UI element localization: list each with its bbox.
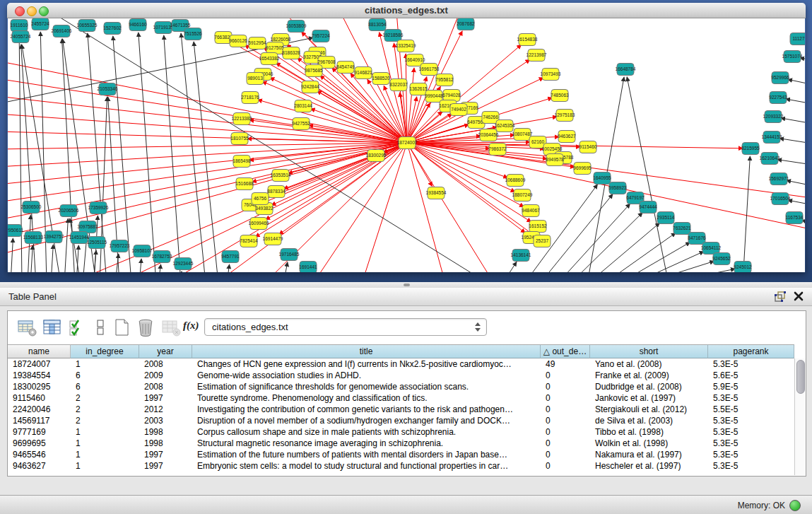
graph-node-label: 1911610 bbox=[11, 23, 28, 28]
graph-node-label: 1810755 bbox=[230, 136, 249, 141]
memory-status-label: Memory: OK bbox=[738, 501, 785, 510]
table-cell: Investigating the contribution of common… bbox=[192, 404, 541, 415]
memory-status-icon bbox=[789, 500, 801, 511]
table-row[interactable]: 977716911998Corpus callosum shape and si… bbox=[8, 426, 794, 438]
graph-node-label: 9127505 bbox=[266, 45, 284, 50]
delete-icon[interactable] bbox=[135, 317, 156, 338]
table-row[interactable]: 1872400712008Changes of HCN gene express… bbox=[8, 358, 794, 370]
table-cell: 2012 bbox=[139, 404, 192, 415]
graph-node-label: 13444153 bbox=[762, 134, 782, 139]
column-header-pagerank[interactable]: pagerank bbox=[708, 344, 794, 358]
graph-edge bbox=[51, 245, 53, 272]
column-header-name[interactable]: name bbox=[8, 344, 71, 358]
graph-node-label: 21053346 bbox=[98, 86, 118, 91]
column-header-out_de[interactable]: △ out_de… bbox=[541, 344, 590, 358]
graph-edge bbox=[779, 139, 805, 144]
table-panel: Table Panel bbox=[0, 288, 812, 495]
graph-edge bbox=[558, 204, 630, 272]
graph-node-label: 12923445 bbox=[173, 261, 194, 266]
graph-node-label: 11451944 bbox=[69, 235, 90, 240]
table-panel-body: f(x) citations_edges.txt namein_degreeye… bbox=[7, 310, 806, 477]
table-row[interactable]: 969969511998Structural magnetic resonanc… bbox=[8, 438, 794, 449]
graph-node-label: 1516688 bbox=[235, 181, 254, 186]
table-cell: 1998 bbox=[139, 426, 192, 438]
column-header-title[interactable]: title bbox=[192, 344, 541, 358]
scrollbar-thumb[interactable] bbox=[796, 360, 805, 394]
table-cell: Hescheler et al. (1997) bbox=[590, 460, 708, 472]
table-cell: 22420046 bbox=[8, 404, 71, 415]
table-cell: 2003 bbox=[139, 415, 192, 426]
splitter-handle-icon[interactable] bbox=[404, 284, 410, 286]
graph-edge bbox=[619, 243, 690, 272]
table-row[interactable]: 946554611997Estimation of the future num… bbox=[8, 449, 794, 460]
column-header-year[interactable]: year bbox=[139, 344, 192, 358]
graph-node-label: 1167534 bbox=[786, 215, 804, 220]
graph-node-label: 8471676 bbox=[688, 235, 706, 240]
table-cell: 5.3E-5 bbox=[708, 392, 794, 404]
table-row[interactable]: 946362711997Embryonic stem cells: a mode… bbox=[8, 460, 794, 472]
table-row[interactable]: 1938455462009Genome-wide association stu… bbox=[8, 370, 794, 381]
delete-table-icon[interactable] bbox=[160, 317, 182, 338]
graph-node-label: 5912954 bbox=[248, 40, 266, 45]
graph-node-label: 9466160 bbox=[129, 22, 147, 27]
graph-edge bbox=[407, 143, 446, 272]
select-all-icon[interactable] bbox=[67, 317, 88, 338]
graph-node-label: 9457791 bbox=[221, 254, 240, 259]
graph-node-label: 20206506 bbox=[59, 208, 79, 213]
graph-node-label: 9427552 bbox=[292, 121, 310, 126]
table-cell: Wolkin et al. (1998) bbox=[590, 438, 708, 449]
show-columns-icon[interactable] bbox=[42, 317, 63, 338]
graph-edge bbox=[407, 143, 495, 272]
graph-edge bbox=[64, 218, 68, 272]
graph-node-label: 16640910 bbox=[405, 57, 425, 62]
network-window[interactable]: citations_edges.txt 19116102455724240557… bbox=[7, 3, 806, 272]
status-bar: Memory: OK bbox=[0, 495, 812, 514]
new-table-icon[interactable] bbox=[111, 317, 132, 338]
close-panel-icon[interactable] bbox=[792, 291, 805, 302]
graph-node-label: 7485063 bbox=[551, 93, 569, 98]
graph-node-label: 989013 bbox=[247, 76, 263, 81]
graph-node-label: 19716485 bbox=[279, 252, 300, 257]
table-cell: 1 bbox=[71, 449, 139, 460]
table-row[interactable]: 2242004622012Investigating the contribut… bbox=[8, 404, 794, 415]
graph-node-label: 7955812 bbox=[435, 77, 454, 82]
window-titlebar[interactable]: citations_edges.txt bbox=[7, 3, 806, 18]
table-cell: 5.6E-5 bbox=[708, 370, 794, 381]
table-cell: 0 bbox=[541, 392, 590, 404]
graph-edge bbox=[361, 143, 407, 272]
graph-node-label: 9875685 bbox=[305, 68, 323, 73]
float-panel-icon[interactable] bbox=[774, 291, 787, 302]
table-settings-icon[interactable] bbox=[16, 317, 37, 338]
table-cell: 0 bbox=[541, 460, 590, 472]
table-cell: 2008 bbox=[139, 381, 192, 392]
table-row[interactable]: 911546021997Tourette syndrome. Phenomeno… bbox=[8, 392, 794, 404]
graph-node-label: 2803144 bbox=[294, 103, 312, 108]
table-row[interactable]: 1830029562008Estimation of significance … bbox=[8, 381, 794, 392]
graph-node-label: 18807249 bbox=[512, 192, 533, 197]
table-selector-combo[interactable]: citations_edges.txt bbox=[204, 318, 487, 336]
graph-node-label: 16782753 bbox=[152, 254, 172, 259]
table-cell: de Silva et al. (2003) bbox=[590, 415, 708, 426]
column-header-short[interactable]: short bbox=[590, 344, 708, 358]
graph-node-label: 10973493 bbox=[541, 71, 561, 76]
graph-node-label: 15751074 bbox=[782, 54, 803, 59]
graph-edge bbox=[788, 79, 805, 86]
function-builder-icon[interactable]: f(x) bbox=[183, 320, 207, 335]
network-canvas[interactable]: 1911610245572424055724206914061065532515… bbox=[8, 18, 805, 272]
rows-icon[interactable] bbox=[90, 317, 111, 338]
graph-node-label: 18724007 bbox=[397, 140, 418, 145]
graph-edge bbox=[139, 33, 156, 272]
table-cell: Embryonic stem cells: a model to study s… bbox=[192, 460, 541, 472]
column-header-in_degree[interactable]: in_degree bbox=[71, 344, 139, 358]
table-cell: Structural magnetic resonance image aver… bbox=[192, 438, 541, 449]
table-body: 1872400712008Changes of HCN gene express… bbox=[8, 358, 794, 474]
table-cell: 9777169 bbox=[8, 426, 71, 438]
table-cell: 2009 bbox=[139, 370, 192, 381]
vertical-scrollbar[interactable] bbox=[794, 358, 806, 475]
graph-node-label: 15692971 bbox=[769, 176, 789, 181]
table-row[interactable]: 1456911722003Disruption of a novel membe… bbox=[8, 415, 794, 426]
table-cell: 2 bbox=[71, 415, 139, 426]
network-view[interactable]: 1911610245572424055724206914061065532515… bbox=[8, 18, 805, 272]
graph-node-label: 12975183 bbox=[555, 112, 575, 117]
table-cell: 0 bbox=[541, 438, 590, 449]
